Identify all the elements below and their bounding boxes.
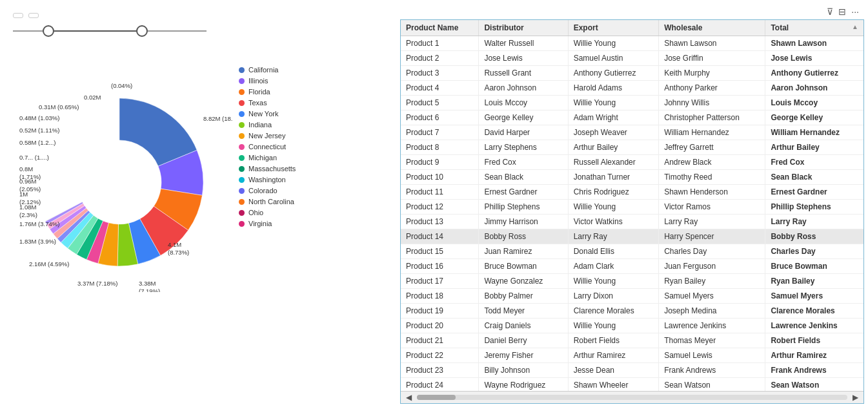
scroll-left-arrow[interactable]: ◀ bbox=[403, 393, 414, 402]
table-cell: Product 4 bbox=[401, 81, 479, 96]
column-header[interactable]: Wholesale bbox=[659, 20, 765, 36]
table-row[interactable]: Product 21Daniel BerryRobert FieldsThoma… bbox=[401, 333, 863, 348]
legend-label: New York bbox=[248, 110, 278, 118]
table-cell: Victor Ramos bbox=[659, 200, 765, 215]
table-cell: Product 15 bbox=[401, 244, 479, 259]
filter-icon[interactable]: ⊽ bbox=[827, 6, 833, 17]
legend-dot bbox=[239, 199, 245, 205]
table-row[interactable]: Product 1Walter RussellWillie YoungShawn… bbox=[401, 36, 863, 51]
table-cell: Product 3 bbox=[401, 66, 479, 81]
scroll-thumb[interactable] bbox=[417, 395, 456, 400]
table-cell: Fred Cox bbox=[479, 155, 568, 170]
scroll-track[interactable] bbox=[417, 395, 847, 400]
table-cell: Jose Griffin bbox=[659, 51, 765, 66]
table-cell: Clarence Morales bbox=[765, 304, 863, 319]
legend-item: New Jersey bbox=[239, 132, 296, 140]
table-row[interactable]: Product 4Aaron JohnsonHarold AdamsAnthon… bbox=[401, 81, 863, 96]
table-cell: Product 22 bbox=[401, 348, 479, 363]
table-row[interactable]: Product 17Wayne GonzalezWillie YoungRyan… bbox=[401, 274, 863, 289]
donut-chart[interactable]: 8.82M (18.77%) 4.1M (8.73%) 3.38M (7.19%… bbox=[13, 47, 232, 292]
table-scroll-wrapper[interactable]: Product NameDistributorExportWholesaleTo… bbox=[401, 20, 863, 391]
legend-label: Florida bbox=[248, 88, 270, 96]
legend-item: Virginia bbox=[239, 220, 296, 227]
table-row[interactable]: Product 19Todd MeyerClarence MoralesJose… bbox=[401, 304, 863, 319]
legend-dot bbox=[239, 100, 245, 106]
svg-text:(2.3%): (2.3%) bbox=[19, 211, 37, 218]
table-cell: Russell Alexander bbox=[568, 155, 658, 170]
table-cell: Product 14 bbox=[401, 229, 479, 244]
table-row[interactable]: Product 15Juan RamirezDonald EllisCharle… bbox=[401, 244, 863, 259]
slider-active-range bbox=[48, 30, 142, 32]
table-cell: Jose Lewis bbox=[765, 51, 863, 66]
svg-text:(2.12%): (2.12%) bbox=[19, 198, 41, 205]
column-header[interactable]: Distributor bbox=[479, 20, 568, 36]
table-cell: Willie Young bbox=[568, 319, 658, 333]
slider-thumb-left[interactable] bbox=[43, 25, 54, 37]
svg-text:0.31M (0.65%): 0.31M (0.65%) bbox=[39, 103, 79, 110]
sort-arrow: ▲ bbox=[852, 23, 858, 30]
table-cell: Arthur Ramirez bbox=[568, 348, 658, 363]
table-row[interactable]: Product 6George KelleyAdam WrightChristo… bbox=[401, 110, 863, 125]
table-cell: Willie Young bbox=[568, 36, 658, 51]
table-row[interactable]: Product 10Sean BlackJonathan TurnerTimot… bbox=[401, 170, 863, 185]
date-start[interactable] bbox=[13, 13, 23, 18]
table-row[interactable]: Product 14Bobby RossLarry RayHarry Spenc… bbox=[401, 229, 863, 244]
table-row[interactable]: Product 9Fred CoxRussell AlexanderAndrew… bbox=[401, 155, 863, 170]
table-cell: Bobby Ross bbox=[765, 229, 863, 244]
table-cell: Lawrence Jenkins bbox=[659, 319, 765, 333]
table-cell: Louis Mccoy bbox=[765, 96, 863, 110]
table-row[interactable]: Product 18Bobby PalmerLarry DixonSamuel … bbox=[401, 289, 863, 304]
column-header[interactable]: Product Name bbox=[401, 20, 479, 36]
table-cell: Product 11 bbox=[401, 185, 479, 200]
table-cell: Shawn Wheeler bbox=[568, 378, 658, 392]
table-cell: Johnny Willis bbox=[659, 96, 765, 110]
table-row[interactable]: Product 11Ernest GardnerChris RodriguezS… bbox=[401, 185, 863, 200]
table-row[interactable]: Product 8Larry StephensArthur BaileyJeff… bbox=[401, 140, 863, 155]
table-cell: Product 9 bbox=[401, 155, 479, 170]
more-icon[interactable]: ··· bbox=[851, 6, 859, 17]
legend-item: New York bbox=[239, 110, 296, 118]
table-cell: Product 7 bbox=[401, 125, 479, 140]
legend-dot bbox=[239, 155, 245, 161]
column-header[interactable]: Export bbox=[568, 20, 658, 36]
table-row[interactable]: Product 22Jeremy FisherArthur RamirezSam… bbox=[401, 348, 863, 363]
table-row[interactable]: Product 16Bruce BowmanAdam ClarkJuan Fer… bbox=[401, 259, 863, 274]
table-cell: Keith Murphy bbox=[659, 66, 765, 81]
table-cell: Joseph Weaver bbox=[568, 125, 658, 140]
horizontal-scrollbar[interactable]: ◀ ▶ bbox=[401, 391, 863, 403]
scroll-right-arrow[interactable]: ▶ bbox=[850, 393, 861, 402]
slider-thumb-right[interactable] bbox=[136, 25, 148, 37]
table-cell: Andrew Black bbox=[659, 155, 765, 170]
table-cell: Product 13 bbox=[401, 215, 479, 229]
legend-item: Indiana bbox=[239, 121, 296, 129]
svg-text:(7.19%): (7.19%) bbox=[139, 288, 160, 292]
table-row[interactable]: Product 24Wayne RodriguezShawn WheelerSe… bbox=[401, 378, 863, 392]
table-cell: Ryan Bailey bbox=[659, 274, 765, 289]
chart-area: 8.82M (18.77%) 4.1M (8.73%) 3.38M (7.19%… bbox=[13, 47, 387, 292]
table-row[interactable]: Product 20Craig DanielsWillie YoungLawre… bbox=[401, 319, 863, 333]
table-cell: Wayne Rodriguez bbox=[479, 378, 568, 392]
layout-icon[interactable]: ⊟ bbox=[838, 6, 846, 17]
table-cell: Product 18 bbox=[401, 289, 479, 304]
date-inputs bbox=[13, 13, 387, 18]
table-cell: Frank Andrews bbox=[765, 363, 863, 378]
table-row[interactable]: Product 12Phillip StephensWillie YoungVi… bbox=[401, 200, 863, 215]
column-header[interactable]: Total ▲ bbox=[765, 20, 863, 36]
table-row[interactable]: Product 5Louis MccoyWillie YoungJohnny W… bbox=[401, 96, 863, 110]
table-row[interactable]: Product 3Russell GrantAnthony GutierrezK… bbox=[401, 66, 863, 81]
table-row[interactable]: Product 7David HarperJoseph WeaverWillia… bbox=[401, 125, 863, 140]
table-row[interactable]: Product 13Jimmy HarrisonVictor WatkinsLa… bbox=[401, 215, 863, 229]
date-slider[interactable] bbox=[13, 23, 207, 39]
table-cell: Bruce Bowman bbox=[479, 259, 568, 274]
svg-text:4.1M: 4.1M bbox=[168, 241, 181, 248]
date-end[interactable] bbox=[28, 13, 39, 18]
table-cell: Arthur Bailey bbox=[765, 140, 863, 155]
table-row[interactable]: Product 2Jose LewisSamuel AustinJose Gri… bbox=[401, 51, 863, 66]
table-cell: Bruce Bowman bbox=[765, 259, 863, 274]
table-cell: Aaron Johnson bbox=[765, 81, 863, 96]
table-row[interactable]: Product 23Billy JohnsonJesse DeanFrank A… bbox=[401, 363, 863, 378]
legend-item: Texas bbox=[239, 99, 296, 107]
table-cell: Larry Ray bbox=[659, 215, 765, 229]
table-cell: Product 6 bbox=[401, 110, 479, 125]
legend-dot bbox=[239, 78, 245, 84]
